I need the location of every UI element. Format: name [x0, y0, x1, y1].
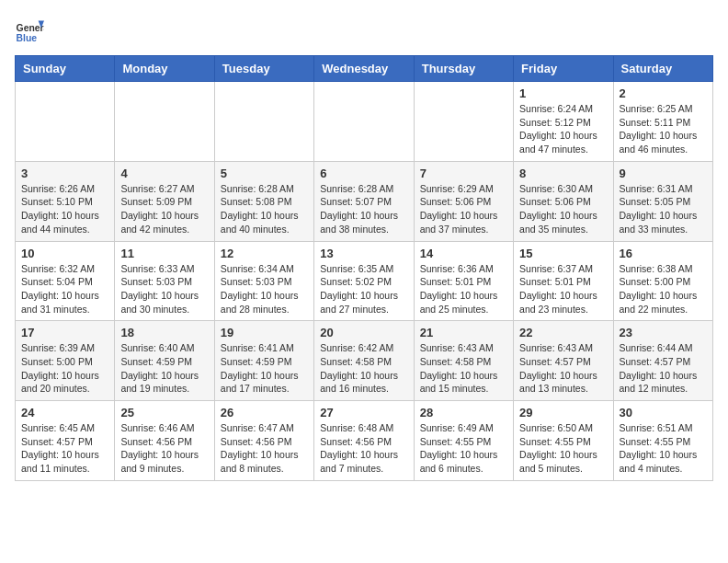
calendar-cell: 15Sunrise: 6:37 AM Sunset: 5:01 PM Dayli…: [514, 241, 613, 321]
day-number: 26: [221, 406, 308, 419]
day-number: 7: [420, 167, 507, 180]
calendar-cell: 20Sunrise: 6:42 AM Sunset: 4:58 PM Dayli…: [314, 321, 414, 401]
calendar-cell: 18Sunrise: 6:40 AM Sunset: 4:59 PM Dayli…: [115, 321, 214, 401]
calendar-cell: 14Sunrise: 6:36 AM Sunset: 5:01 PM Dayli…: [414, 241, 513, 321]
day-info: Sunrise: 6:51 AM Sunset: 4:55 PM Dayligh…: [620, 421, 707, 476]
day-info: Sunrise: 6:27 AM Sunset: 5:09 PM Dayligh…: [120, 182, 208, 236]
day-info: Sunrise: 6:31 AM Sunset: 5:05 PM Dayligh…: [620, 182, 707, 236]
day-number: 21: [420, 326, 507, 339]
calendar-cell: 7Sunrise: 6:29 AM Sunset: 5:06 PM Daylig…: [414, 161, 513, 241]
calendar-cell: 2Sunrise: 6:25 AM Sunset: 5:11 PM Daylig…: [613, 82, 712, 162]
day-info: Sunrise: 6:48 AM Sunset: 4:56 PM Dayligh…: [320, 421, 407, 476]
day-number: 9: [620, 167, 707, 180]
calendar-cell: 9Sunrise: 6:31 AM Sunset: 5:05 PM Daylig…: [613, 161, 712, 241]
day-number: 14: [420, 247, 507, 260]
calendar-cell: 26Sunrise: 6:47 AM Sunset: 4:56 PM Dayli…: [214, 401, 313, 481]
calendar-cell: 29Sunrise: 6:50 AM Sunset: 4:55 PM Dayli…: [514, 401, 613, 481]
day-number: 2: [620, 86, 707, 100]
day-info: Sunrise: 6:25 AM Sunset: 5:11 PM Dayligh…: [620, 102, 707, 156]
calendar-cell: [314, 82, 414, 162]
day-number: 24: [21, 406, 108, 419]
calendar-week-row: 17Sunrise: 6:39 AM Sunset: 5:00 PM Dayli…: [16, 321, 713, 401]
day-info: Sunrise: 6:40 AM Sunset: 4:59 PM Dayligh…: [120, 341, 208, 396]
day-number: 25: [120, 406, 208, 419]
day-info: Sunrise: 6:34 AM Sunset: 5:03 PM Dayligh…: [221, 262, 308, 316]
calendar-cell: [414, 82, 513, 162]
calendar-week-row: 24Sunrise: 6:45 AM Sunset: 4:57 PM Dayli…: [16, 401, 713, 481]
calendar-cell: 4Sunrise: 6:27 AM Sunset: 5:09 PM Daylig…: [115, 161, 214, 241]
calendar-cell: 3Sunrise: 6:26 AM Sunset: 5:10 PM Daylig…: [16, 161, 115, 241]
day-number: 8: [519, 167, 607, 180]
day-info: Sunrise: 6:29 AM Sunset: 5:06 PM Dayligh…: [420, 182, 507, 236]
day-info: Sunrise: 6:35 AM Sunset: 5:02 PM Dayligh…: [320, 262, 407, 316]
calendar-cell: 12Sunrise: 6:34 AM Sunset: 5:03 PM Dayli…: [214, 241, 313, 321]
weekday-header: Saturday: [613, 56, 712, 82]
day-number: 6: [320, 167, 407, 180]
calendar-week-row: 3Sunrise: 6:26 AM Sunset: 5:10 PM Daylig…: [16, 161, 713, 241]
calendar-cell: 23Sunrise: 6:44 AM Sunset: 4:57 PM Dayli…: [613, 321, 712, 401]
day-number: 5: [221, 167, 308, 180]
calendar-week-row: 1Sunrise: 6:24 AM Sunset: 5:12 PM Daylig…: [16, 82, 713, 162]
calendar-cell: 1Sunrise: 6:24 AM Sunset: 5:12 PM Daylig…: [514, 82, 613, 162]
day-info: Sunrise: 6:44 AM Sunset: 4:57 PM Dayligh…: [620, 341, 707, 396]
calendar-cell: 24Sunrise: 6:45 AM Sunset: 4:57 PM Dayli…: [16, 401, 115, 481]
calendar-cell: 27Sunrise: 6:48 AM Sunset: 4:56 PM Dayli…: [314, 401, 414, 481]
weekday-header: Monday: [115, 56, 214, 82]
calendar-cell: 30Sunrise: 6:51 AM Sunset: 4:55 PM Dayli…: [613, 401, 712, 481]
day-info: Sunrise: 6:42 AM Sunset: 4:58 PM Dayligh…: [320, 341, 407, 396]
day-number: 11: [120, 247, 208, 260]
calendar-cell: 6Sunrise: 6:28 AM Sunset: 5:07 PM Daylig…: [314, 161, 414, 241]
weekday-header: Tuesday: [214, 56, 313, 82]
calendar-table: SundayMondayTuesdayWednesdayThursdayFrid…: [15, 55, 713, 481]
calendar-cell: 17Sunrise: 6:39 AM Sunset: 5:00 PM Dayli…: [16, 321, 115, 401]
weekday-header: Wednesday: [314, 56, 414, 82]
day-number: 18: [120, 326, 208, 339]
day-info: Sunrise: 6:28 AM Sunset: 5:08 PM Dayligh…: [221, 182, 308, 236]
day-number: 15: [519, 247, 607, 260]
day-number: 3: [21, 167, 108, 180]
page-header: General Blue: [15, 15, 713, 44]
day-number: 1: [519, 86, 607, 100]
day-info: Sunrise: 6:39 AM Sunset: 5:00 PM Dayligh…: [21, 341, 108, 396]
day-info: Sunrise: 6:37 AM Sunset: 5:01 PM Dayligh…: [519, 262, 607, 316]
calendar-cell: 8Sunrise: 6:30 AM Sunset: 5:06 PM Daylig…: [514, 161, 613, 241]
day-number: 20: [320, 326, 407, 339]
day-number: 23: [620, 326, 707, 339]
calendar-cell: 22Sunrise: 6:43 AM Sunset: 4:57 PM Dayli…: [514, 321, 613, 401]
day-info: Sunrise: 6:45 AM Sunset: 4:57 PM Dayligh…: [21, 421, 108, 476]
weekday-header: Sunday: [16, 56, 115, 82]
day-number: 4: [120, 167, 208, 180]
day-number: 17: [21, 326, 108, 339]
day-info: Sunrise: 6:36 AM Sunset: 5:01 PM Dayligh…: [420, 262, 507, 316]
day-info: Sunrise: 6:43 AM Sunset: 4:58 PM Dayligh…: [420, 341, 507, 396]
day-number: 29: [519, 406, 607, 419]
calendar-week-row: 10Sunrise: 6:32 AM Sunset: 5:04 PM Dayli…: [16, 241, 713, 321]
calendar-cell: [16, 82, 115, 162]
logo: General Blue: [15, 15, 44, 44]
calendar-cell: 5Sunrise: 6:28 AM Sunset: 5:08 PM Daylig…: [214, 161, 313, 241]
weekday-header: Friday: [514, 56, 613, 82]
day-info: Sunrise: 6:38 AM Sunset: 5:00 PM Dayligh…: [620, 262, 707, 316]
calendar-cell: 21Sunrise: 6:43 AM Sunset: 4:58 PM Dayli…: [414, 321, 513, 401]
logo-icon: General Blue: [15, 15, 44, 44]
day-info: Sunrise: 6:41 AM Sunset: 4:59 PM Dayligh…: [221, 341, 308, 396]
day-info: Sunrise: 6:43 AM Sunset: 4:57 PM Dayligh…: [519, 341, 607, 396]
day-number: 10: [21, 247, 108, 260]
calendar-header-row: SundayMondayTuesdayWednesdayThursdayFrid…: [16, 56, 713, 82]
day-info: Sunrise: 6:33 AM Sunset: 5:03 PM Dayligh…: [120, 262, 208, 316]
day-info: Sunrise: 6:46 AM Sunset: 4:56 PM Dayligh…: [120, 421, 208, 476]
day-info: Sunrise: 6:49 AM Sunset: 4:55 PM Dayligh…: [420, 421, 507, 476]
day-number: 19: [221, 326, 308, 339]
day-number: 22: [519, 326, 607, 339]
calendar-cell: 16Sunrise: 6:38 AM Sunset: 5:00 PM Dayli…: [613, 241, 712, 321]
day-info: Sunrise: 6:28 AM Sunset: 5:07 PM Dayligh…: [320, 182, 407, 236]
calendar-cell: 28Sunrise: 6:49 AM Sunset: 4:55 PM Dayli…: [414, 401, 513, 481]
calendar-cell: 13Sunrise: 6:35 AM Sunset: 5:02 PM Dayli…: [314, 241, 414, 321]
day-info: Sunrise: 6:30 AM Sunset: 5:06 PM Dayligh…: [519, 182, 607, 236]
day-info: Sunrise: 6:32 AM Sunset: 5:04 PM Dayligh…: [21, 262, 108, 316]
day-info: Sunrise: 6:26 AM Sunset: 5:10 PM Dayligh…: [21, 182, 108, 236]
calendar-cell: 10Sunrise: 6:32 AM Sunset: 5:04 PM Dayli…: [16, 241, 115, 321]
day-info: Sunrise: 6:47 AM Sunset: 4:56 PM Dayligh…: [221, 421, 308, 476]
weekday-header: Thursday: [414, 56, 513, 82]
day-number: 27: [320, 406, 407, 419]
